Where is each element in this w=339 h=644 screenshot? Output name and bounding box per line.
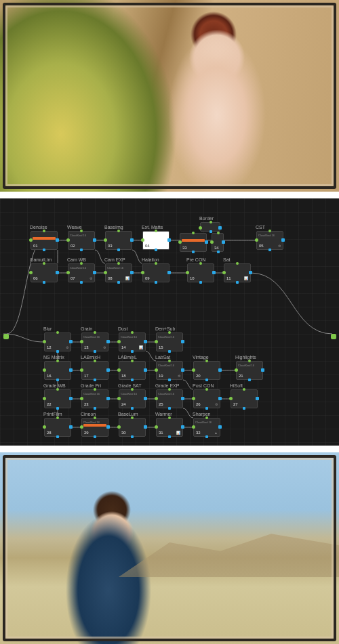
port-top[interactable] bbox=[56, 388, 59, 391]
port-in[interactable] bbox=[66, 271, 70, 274]
port-in[interactable] bbox=[66, 238, 70, 242]
port-in[interactable] bbox=[80, 397, 83, 400]
node-printfilm[interactable]: PrintFilm28 bbox=[44, 418, 71, 437]
port-out[interactable] bbox=[218, 226, 222, 230]
node-hisoft[interactable]: HiSoft27 bbox=[231, 389, 258, 408]
port-bottom[interactable] bbox=[268, 249, 271, 251]
port-in[interactable] bbox=[117, 425, 121, 429]
port-top[interactable] bbox=[192, 232, 195, 234]
port-top[interactable] bbox=[155, 262, 157, 265]
port-top[interactable] bbox=[117, 230, 120, 232]
node-grade-exp[interactable]: Grade EXPCloudKind 1625 bbox=[156, 389, 183, 408]
port-top[interactable] bbox=[248, 360, 251, 362]
port-in[interactable] bbox=[104, 238, 107, 242]
port-bottom[interactable] bbox=[117, 281, 120, 284]
port-bottom[interactable] bbox=[155, 249, 157, 251]
port-top[interactable] bbox=[131, 388, 134, 391]
port-bottom[interactable] bbox=[210, 230, 212, 233]
node-highlights[interactable]: HighlightsCloudKind 1621 bbox=[236, 361, 263, 380]
port-in[interactable] bbox=[155, 368, 158, 372]
node-baseimg[interactable]: BaseImg03 bbox=[105, 231, 132, 250]
port-out[interactable] bbox=[261, 368, 264, 372]
port-in[interactable] bbox=[43, 340, 46, 343]
port-top[interactable] bbox=[80, 262, 83, 265]
port-bottom[interactable] bbox=[94, 435, 96, 438]
port-out[interactable] bbox=[93, 271, 96, 274]
node-sat[interactable]: Sat11📊 bbox=[224, 263, 251, 282]
port-bottom[interactable] bbox=[168, 379, 171, 381]
port-bottom[interactable] bbox=[80, 249, 83, 251]
port-top[interactable] bbox=[117, 262, 120, 265]
port-out[interactable] bbox=[212, 271, 216, 274]
port-bottom[interactable] bbox=[131, 379, 134, 381]
port-out[interactable] bbox=[181, 340, 184, 343]
port-bottom[interactable] bbox=[168, 407, 171, 410]
port-out[interactable] bbox=[205, 240, 208, 244]
node-ns-matrix[interactable]: NS Matrix16 bbox=[44, 361, 71, 380]
port-bottom[interactable] bbox=[236, 281, 239, 284]
port-top[interactable] bbox=[168, 416, 171, 419]
port-top[interactable] bbox=[168, 331, 171, 334]
port-bottom[interactable] bbox=[205, 379, 208, 381]
port-in[interactable] bbox=[155, 340, 158, 343]
port-in[interactable] bbox=[141, 238, 144, 242]
port-out[interactable] bbox=[256, 397, 259, 400]
port-in[interactable] bbox=[80, 340, 83, 343]
port-in[interactable] bbox=[192, 425, 195, 429]
port-in[interactable] bbox=[235, 368, 238, 372]
node-cst[interactable]: CSTCloudKind 1605⚙ bbox=[256, 231, 283, 250]
port-top[interactable] bbox=[56, 331, 59, 334]
port-bottom[interactable] bbox=[56, 435, 59, 438]
port-top[interactable] bbox=[94, 360, 96, 362]
port-top[interactable] bbox=[43, 262, 45, 265]
port-out[interactable] bbox=[181, 397, 184, 400]
port-in[interactable] bbox=[192, 368, 195, 372]
node-grade-wb[interactable]: Grade WB22 bbox=[44, 389, 71, 408]
port-out[interactable] bbox=[222, 240, 225, 244]
port-in[interactable] bbox=[210, 240, 214, 244]
port-bottom[interactable] bbox=[131, 435, 134, 438]
node-grade-sat[interactable]: Grade SATCloudKind 1624 bbox=[119, 389, 146, 408]
port-in[interactable] bbox=[192, 397, 195, 400]
port-out[interactable] bbox=[69, 368, 73, 372]
port-out[interactable] bbox=[218, 425, 222, 429]
port-out[interactable] bbox=[181, 368, 184, 372]
node-editor[interactable]: Denoise01WeaveCloudKind 1602BaseImg03Ext… bbox=[0, 198, 339, 446]
node-ext-matte[interactable]: Ext. Matte04 bbox=[142, 231, 170, 250]
port-in[interactable] bbox=[255, 238, 258, 242]
port-out[interactable] bbox=[56, 238, 59, 242]
port-out[interactable] bbox=[106, 425, 110, 429]
port-bottom[interactable] bbox=[56, 350, 59, 353]
port-bottom[interactable] bbox=[168, 350, 171, 353]
port-bottom[interactable] bbox=[199, 281, 202, 284]
port-out[interactable] bbox=[218, 368, 222, 372]
node-dust[interactable]: DustCloudKind 1614📊 bbox=[119, 332, 146, 351]
node-baselum[interactable]: BaseLum30 bbox=[119, 418, 146, 437]
port-out[interactable] bbox=[56, 271, 59, 274]
port-in[interactable] bbox=[80, 368, 83, 372]
port-top[interactable] bbox=[243, 388, 245, 391]
node-grade-pri[interactable]: Grade PriCloudKind 1623 bbox=[81, 389, 108, 408]
port-top[interactable] bbox=[155, 230, 157, 232]
node-34[interactable]: 34 bbox=[212, 233, 224, 252]
port-top[interactable] bbox=[168, 360, 171, 362]
port-in[interactable] bbox=[178, 240, 182, 244]
port-top[interactable] bbox=[168, 388, 171, 391]
node-vintage[interactable]: Vintage20 bbox=[193, 361, 220, 380]
port-in[interactable] bbox=[43, 425, 46, 429]
port-top[interactable] bbox=[205, 388, 208, 391]
node-labmixh[interactable]: LABmixH17 bbox=[81, 361, 108, 380]
port-top[interactable] bbox=[94, 331, 96, 334]
port-in[interactable] bbox=[155, 425, 158, 429]
port-out[interactable] bbox=[249, 271, 252, 274]
port-in[interactable] bbox=[117, 340, 121, 343]
port-bottom[interactable] bbox=[56, 379, 59, 381]
port-in[interactable] bbox=[199, 226, 202, 230]
port-out[interactable] bbox=[144, 340, 147, 343]
port-bottom[interactable] bbox=[117, 249, 120, 251]
node-pre-con[interactable]: Pre CON10 bbox=[187, 263, 214, 282]
port-out[interactable] bbox=[106, 368, 110, 372]
port-bottom[interactable] bbox=[56, 407, 59, 410]
port-top[interactable] bbox=[56, 360, 59, 362]
port-bottom[interactable] bbox=[155, 281, 157, 284]
